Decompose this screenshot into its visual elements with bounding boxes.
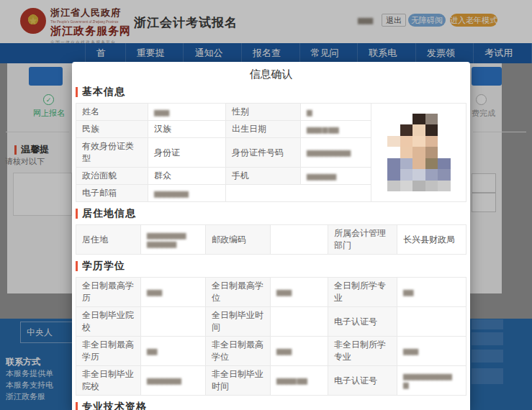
field-value-censored: ▆▆▆ [276, 288, 291, 296]
field-value [397, 307, 466, 337]
field-label: 居住地 [76, 225, 141, 255]
field-value-censored: ▆▆ [403, 288, 412, 296]
field-label: 姓名 [76, 104, 148, 121]
field-value [271, 225, 328, 255]
field-label-text: 非全日制毕业院校 [82, 368, 135, 393]
field-value: ▆ [301, 104, 371, 121]
field-value-censored: ▆ [307, 108, 312, 117]
education-table: 全日制最高学历▆▆▆全日制最高学位▆▆▆全日制所学专业▆▆全日制毕业院校全日制毕… [76, 277, 466, 396]
residence-table: 居住地▆▆▆▆▆▆▆▆ ▆▆▆▆▆▆邮政编码所属会计管理部门长兴县财政局 [76, 224, 466, 255]
info-confirm-modal: 信息确认 基本信息 姓名▆▆▆性别▆民族汉族出生日期▆▆▆ ▆ ▆▆有效身份证类… [72, 62, 470, 410]
field-value: ▆▆▆▆▆▆▆ [148, 185, 226, 202]
field-value: ▆▆▆▆▆▆▆▆▆▆ ▆ [397, 366, 466, 396]
photo-cell [371, 103, 466, 202]
field-value: ▆▆▆▆▆▆▆▆▆ [301, 138, 371, 168]
field-value: ▆▆▆ [271, 337, 328, 366]
field-value [141, 307, 206, 337]
field-label-text: 居住地 [82, 234, 108, 246]
field-value: ▆▆ [141, 337, 206, 366]
field-label: 有效身份证类型 [76, 138, 148, 168]
field-value: ▆▆▆▆▆▆▆ [141, 366, 206, 396]
field-label-text: 非全日制最高学位 [212, 339, 264, 363]
field-label-text: 邮政编码 [212, 234, 246, 246]
field-value-censored: ▆▆▆▆▆▆▆▆▆▆ ▆ [403, 372, 451, 389]
field-label-text: 身份证件号码 [232, 147, 284, 159]
field-label: 邮政编码 [206, 225, 271, 255]
field-value: ▆▆▆▆▆▆▆▆ ▆▆▆▆▆▆ [141, 225, 206, 255]
basic-info-table: 姓名▆▆▆性别▆民族汉族出生日期▆▆▆ ▆ ▆▆有效身份证类型身份证身份证件号码… [76, 103, 371, 202]
field-value: 长兴县财政局 [397, 225, 466, 255]
field-label: 所属会计管理部门 [328, 225, 397, 255]
field-label: 非全日制所学专业 [328, 337, 397, 366]
field-label-text: 电子认证号 [334, 316, 377, 328]
field-label: 电子认证号 [328, 366, 397, 396]
field-value [226, 185, 371, 202]
field-label-text: 全日制最高学历 [82, 280, 135, 304]
field-label-text: 有效身份证类型 [82, 140, 142, 165]
field-value-text: 身份证 [154, 147, 180, 159]
field-value: 汉族 [148, 121, 226, 138]
field-label: 全日制所学专业 [328, 278, 397, 307]
field-value-censored: ▆▆▆▆ ▆▆ [276, 376, 307, 385]
section-header-education: 学历学位 [76, 260, 466, 273]
section-bar [76, 209, 78, 219]
field-value: ▆▆▆▆ ▆▆ [271, 366, 328, 396]
field-value-censored: ▆▆▆▆▆▆▆▆▆ [307, 148, 350, 157]
field-value [271, 307, 328, 337]
field-value-text: 长兴县财政局 [403, 234, 455, 246]
field-value: ▆▆▆ ▆ ▆▆ [301, 121, 371, 138]
field-label-text: 全日制最高学位 [212, 280, 264, 304]
field-label-text: 出生日期 [232, 123, 266, 135]
field-label: 非全日制毕业时间 [206, 366, 271, 396]
section-bar [76, 402, 78, 410]
field-label: 身份证件号码 [226, 138, 301, 168]
field-label-text: 全日制毕业时间 [212, 309, 264, 334]
modal-title: 信息确认 [72, 68, 470, 81]
field-label-text: 政治面貌 [82, 170, 117, 182]
field-value-censored: ▆▆▆ [276, 347, 291, 355]
applicant-photo [387, 114, 451, 191]
field-value-censored: ▆▆▆ [154, 108, 168, 117]
field-label: 电子认证号 [328, 307, 397, 337]
section-header-residence: 居住地信息 [76, 207, 466, 220]
field-value-censored: ▆▆▆ ▆ ▆▆ [307, 125, 338, 134]
field-value-censored: ▆▆▆ [147, 288, 161, 296]
field-value-censored: ▆▆▆▆▆▆▆ [154, 189, 188, 198]
field-value: ▆▆▆ [148, 104, 226, 121]
field-label-text: 性别 [232, 106, 249, 118]
field-value: ▆▆▆ [397, 337, 466, 366]
field-label: 非全日制最高学位 [206, 337, 271, 366]
field-value: ▆▆▆▆▆▆ [301, 168, 371, 185]
field-label-text: 民族 [82, 123, 99, 135]
field-label: 全日制最高学位 [206, 278, 271, 307]
field-value-censored: ▆▆ [147, 347, 156, 355]
section-bar [76, 87, 78, 97]
field-label-text: 姓名 [82, 106, 99, 118]
field-value-censored: ▆▆▆▆▆▆▆ [147, 376, 181, 385]
field-label-text: 所属会计管理部门 [334, 227, 391, 252]
field-value: 群众 [148, 168, 226, 185]
field-label: 民族 [76, 121, 148, 138]
field-value: ▆▆▆ [271, 278, 328, 307]
section-bar [76, 261, 78, 271]
field-value-text: 汉族 [154, 123, 171, 135]
field-label: 全日制最高学历 [76, 278, 141, 307]
field-value: ▆▆▆ [141, 278, 206, 307]
field-value: ▆▆ [397, 278, 466, 307]
field-label: 手机 [226, 168, 301, 185]
field-label: 电子邮箱 [76, 185, 148, 202]
field-label: 政治面貌 [76, 168, 148, 185]
field-label: 全日制毕业院校 [76, 307, 141, 337]
field-label-text: 全日制所学专业 [334, 280, 391, 304]
field-value-text: 群众 [154, 170, 171, 182]
field-label-text: 电子认证号 [334, 375, 377, 387]
section-header-qualification: 专业技术资格 [76, 401, 466, 410]
field-value-censored: ▆▆▆ [403, 347, 418, 355]
field-label: 性别 [226, 104, 301, 121]
field-label: 全日制毕业时间 [206, 307, 271, 337]
field-label-text: 非全日制所学专业 [334, 339, 391, 363]
field-value-censored: ▆▆▆▆▆▆ [307, 172, 335, 181]
field-label-text: 手机 [232, 170, 249, 182]
field-value: 身份证 [148, 138, 226, 168]
field-label: 非全日制最高学历 [76, 337, 141, 366]
